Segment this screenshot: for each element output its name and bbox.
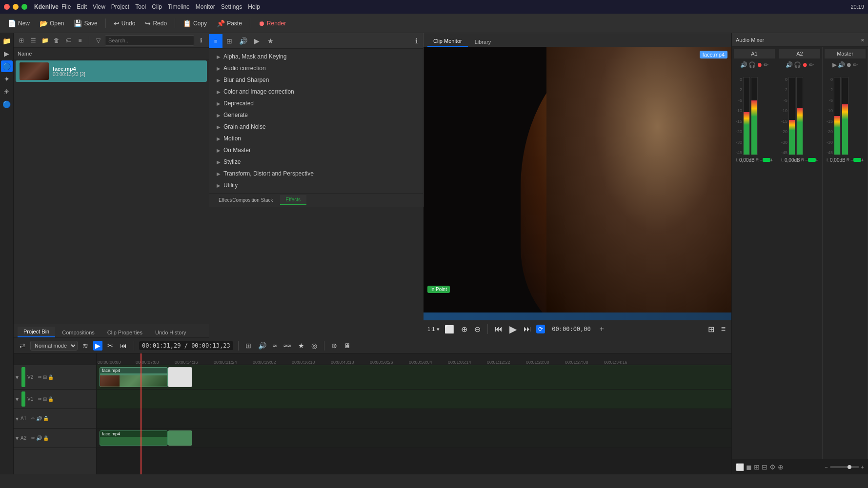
mixer-vol-minus[interactable]: − [825,464,828,470]
effects-item-audio[interactable]: ▶ Audio correction [209,62,423,74]
v2-collapse[interactable]: ▾ [16,374,19,381]
a1-pencil-icon[interactable]: ✏ [764,61,768,68]
mixer-icon-5[interactable]: ⚙ [769,463,776,471]
a2-record-icon[interactable]: ⏺ [802,61,808,68]
tab-library[interactable]: Library [469,37,497,47]
new-button[interactable]: 📄 New [4,18,34,29]
timeline-composite[interactable]: ⊕ [329,341,339,351]
sidebar-icon-2[interactable]: ▶ [1,48,13,59]
a1-headphone-icon[interactable]: 🎧 [748,61,756,68]
timeline-sync[interactable]: ⇄ [18,341,27,351]
v1-collapse[interactable]: ▾ [16,396,19,403]
clip-v2-white[interactable] [168,367,192,387]
maximize-button[interactable] [21,4,27,10]
a1-volume-icon[interactable]: 🔊 [740,61,747,68]
tab-clip-properties[interactable]: Clip Properties [101,328,148,337]
timecode-add[interactable]: + [598,324,606,334]
effects-item-color[interactable]: ▶ Color and Image correction [209,86,423,98]
effects-tab-grid[interactable]: ≡ [209,34,222,48]
sidebar-icon-3[interactable]: 🔵 [1,60,13,72]
skip-back-button[interactable]: ⏮ [493,324,505,334]
effects-item-onmaster[interactable]: ▶ On Master [209,144,423,156]
preview-timeline[interactable] [424,312,731,320]
master-fader[interactable] [854,159,860,161]
clip-item[interactable]: face.mp4 00:00:13;23 [2] [16,60,207,82]
zoom-out-button[interactable]: ⊖ [472,324,483,335]
bin-tag[interactable]: 🏷 [63,36,73,45]
timeline-cut[interactable]: ✂ [105,341,115,351]
bin-view-grid[interactable]: ⊞ [17,36,26,45]
v1-composite-icon[interactable]: ⊞ [43,396,47,402]
menu-edit[interactable]: Edit [77,3,87,10]
tab-effect-composition[interactable]: Effect/Composition Stack [213,195,279,205]
clip-v2-face[interactable]: face.mp4 [100,367,168,387]
effects-tab-star[interactable]: ⊞ [222,34,236,48]
close-button[interactable] [4,4,10,10]
master-record-icon[interactable]: ⏺ [846,61,852,68]
sidebar-icon-6[interactable]: 🔵 [1,98,13,110]
effects-tab-audio[interactable]: 🔊 [236,34,250,48]
sidebar-icon-1[interactable]: 📁 [1,35,13,47]
redo-button[interactable]: ↪ Redo [141,18,171,29]
zoom-dropdown-icon[interactable]: ▾ [437,326,440,332]
bin-filter-icon[interactable]: ▽ [93,36,103,45]
fullscreen-button[interactable]: ⊞ [706,324,716,335]
v1-edit-icon[interactable]: ✏ [38,396,42,402]
effects-item-stylize[interactable]: ▶ Stylize [209,156,423,168]
tab-compositions[interactable]: Compositions [56,328,101,337]
timeline-audio-fx[interactable]: ≈ [271,341,279,351]
menu-help[interactable]: Help [248,3,260,10]
a1-plus-btn[interactable]: + [770,157,773,163]
open-button[interactable]: 📂 Open [36,18,68,29]
sidebar-icon-4[interactable]: ✦ [1,73,13,85]
v2-composite-icon[interactable]: ⊞ [43,374,47,380]
a2-headphone-icon[interactable]: 🎧 [794,61,801,68]
bin-new-folder[interactable]: 📁 [40,36,50,45]
effects-item-transform[interactable]: ▶ Transform, Distort and Perspective [209,168,423,179]
effects-tab-fav[interactable]: ★ [263,34,277,48]
menu-timeline[interactable]: Timeline [168,3,190,10]
menu-clip[interactable]: Clip [152,3,162,10]
master-pencil-icon[interactable]: ✏ [853,61,858,68]
sidebar-icon-5[interactable]: ☀ [1,86,13,98]
bin-delete[interactable]: 🗑 [52,36,61,45]
play-button[interactable]: ▶ [507,322,519,336]
effects-item-alpha[interactable]: ▶ Alpha, Mask and Keying [209,51,423,62]
a2-volume-icon[interactable]: 🔊 [786,61,793,68]
a2-plus-btn[interactable]: + [815,157,818,163]
master-volume-icon[interactable]: 🔊 [838,61,845,68]
master-plus-btn[interactable]: + [861,157,864,163]
bin-view-list[interactable]: ☰ [28,36,38,45]
tab-undo-history[interactable]: Undo History [149,328,192,337]
timeline-snap[interactable]: ⊞ [243,341,253,351]
effects-item-deprecated[interactable]: ▶ Deprecated [209,98,423,109]
menu-monitor[interactable]: Monitor [196,3,215,10]
timeline-fav[interactable]: ★ [296,341,306,351]
a2-edit-icon[interactable]: ✏ [31,435,35,441]
mixer-close[interactable]: × [861,37,864,43]
settings-button[interactable]: ≡ [719,324,727,334]
effects-item-grain[interactable]: ▶ Grain and Noise [209,121,423,133]
a1-record-icon[interactable]: ⏺ [757,61,763,68]
a2-fader[interactable] [809,159,814,161]
effects-item-utility[interactable]: ▶ Utility [209,179,423,191]
a1-edit-icon[interactable]: ✏ [31,416,35,421]
a1-lock-icon[interactable]: 🔒 [43,416,49,421]
skip-fwd-button[interactable]: ⏭ [522,324,533,334]
effects-item-blur[interactable]: ▶ Blur and Sharpen [209,74,423,86]
tab-effects[interactable]: Effects [280,195,306,205]
effects-item-generate[interactable]: ▶ Generate [209,109,423,121]
v2-edit-icon[interactable]: ✏ [38,374,42,380]
search-input[interactable] [105,35,194,46]
save-button[interactable]: 💾 Save [70,18,101,29]
mode-select[interactable]: Normal mode [30,341,78,351]
tab-clip-monitor[interactable]: Clip Monitor [427,36,468,47]
effects-info[interactable]: ℹ [409,34,423,48]
zoom-in-button[interactable]: ⊕ [459,324,469,335]
menu-file[interactable]: File [61,3,71,10]
v1-lock-icon[interactable]: 🔒 [48,396,54,402]
menu-tool[interactable]: Tool [135,3,146,10]
mixer-icon-3[interactable]: ⊞ [754,463,760,471]
bin-info[interactable]: ℹ [196,36,206,45]
mixer-icon-4[interactable]: ⊟ [762,463,767,471]
